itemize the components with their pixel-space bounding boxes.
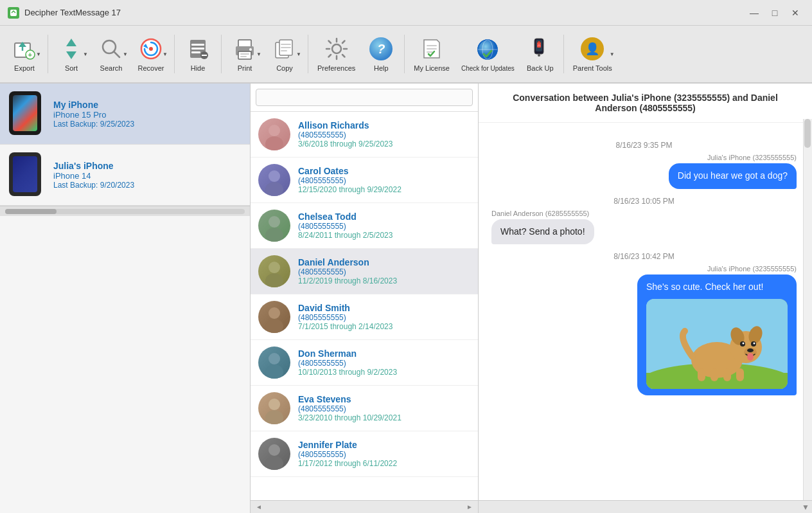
contact-name-don-sherman: Don Sherman	[298, 348, 470, 359]
svg-rect-85	[710, 368, 718, 381]
conversation-scrollbar[interactable]	[803, 119, 812, 500]
back-up-icon	[527, 36, 553, 62]
contacts-scroll-bar[interactable]: ◄ ►	[251, 500, 478, 513]
svg-rect-30	[281, 50, 287, 51]
sort-icon	[58, 36, 84, 62]
device-model-julias-iphone: iPhone 14	[53, 171, 241, 181]
svg-rect-15	[191, 44, 204, 46]
svg-marker-6	[66, 39, 76, 46]
search-icon	[98, 36, 124, 62]
contact-dates-eva-stevens: 3/23/2010 through 10/29/2021	[298, 413, 470, 422]
export-icon: +	[12, 36, 37, 62]
back-up-label: Back Up	[527, 64, 554, 72]
contact-item-carol-oates[interactable]: Carol Oates (4805555555) 12/15/2020 thro…	[251, 158, 478, 203]
maximize-button[interactable]: □	[766, 4, 784, 22]
svg-line-37	[342, 55, 345, 57]
contact-item-eva-stevens[interactable]: Eva Stevens (4805555555) 3/23/2010 throu…	[251, 386, 478, 431]
conversation-scroll-thumb	[804, 119, 811, 148]
contacts-list: Allison Richards (4805555555) 3/6/2018 t…	[251, 112, 478, 500]
svg-point-56	[269, 170, 280, 182]
contact-avatar-carol-oates	[258, 164, 290, 196]
export-button[interactable]: + Export ▼	[5, 30, 44, 78]
devices-scrollbar[interactable]	[0, 206, 250, 216]
contact-item-daniel-anderson[interactable]: Daniel Anderson (4805555555) 11/2/2019 t…	[251, 249, 478, 294]
contact-item-don-sherman[interactable]: Don Sherman (4805555555) 10/10/2013 thro…	[251, 340, 478, 386]
app-icon	[8, 7, 19, 19]
svg-point-69	[265, 456, 283, 470]
svg-point-61	[265, 273, 283, 287]
main-content: My iPhone iPhone 15 Pro Last Backup: 9/2…	[0, 84, 812, 513]
contact-info-daniel-anderson: Daniel Anderson (4805555555) 11/2/2019 t…	[298, 257, 470, 285]
svg-point-65	[265, 364, 283, 379]
device-item-julias-iphone[interactable]: Julia's iPhone iPhone 14 Last Backup: 9/…	[0, 145, 250, 206]
contacts-search-area	[251, 84, 478, 112]
my-license-button[interactable]: My License	[409, 30, 455, 78]
conversation-header-text: Conversation between Julia's iPhone (323…	[491, 93, 799, 113]
search-dropdown-arrow: ▼	[123, 51, 128, 57]
print-label: Print	[238, 64, 252, 72]
svg-rect-17	[191, 51, 200, 53]
svg-point-78	[747, 348, 754, 352]
conversation-panel: Conversation between Julia's iPhone (323…	[479, 84, 812, 513]
app-title: Decipher TextMessage 17	[24, 8, 121, 17]
message-timestamp-3: 8/16/23 10:42 PM	[491, 252, 797, 261]
message-row-3: She's so cute. Check her out!	[491, 274, 797, 395]
separator-5	[404, 35, 405, 73]
contact-phone-don-sherman: (4805555555)	[298, 359, 470, 368]
message-row-1: Did you hear we got a dog?	[491, 163, 797, 189]
search-label: Search	[100, 64, 123, 72]
conversation-header: Conversation between Julia's iPhone (323…	[479, 84, 812, 123]
contact-info-chelsea-todd: Chelsea Todd (4805555555) 8/24/2011 thro…	[298, 212, 470, 240]
svg-point-67	[265, 410, 283, 424]
conversation-body[interactable]: 8/16/23 9:35 PM Julia's iPhone (32355555…	[479, 123, 812, 500]
svg-point-13	[149, 47, 153, 51]
my-license-label: My License	[414, 64, 450, 72]
svg-line-39	[342, 41, 345, 44]
check-updates-button[interactable]: Check for Updates	[456, 30, 520, 78]
check-updates-label: Check for Updates	[461, 65, 515, 72]
search-button[interactable]: Search ▼	[92, 30, 130, 78]
contact-item-chelsea-todd[interactable]: Chelsea Todd (4805555555) 8/24/2011 thro…	[251, 203, 478, 249]
contact-name-david-smith: David Smith	[298, 303, 470, 313]
svg-point-60	[269, 262, 280, 273]
contact-name-carol-oates: Carol Oates	[298, 166, 470, 176]
device-item-my-iphone[interactable]: My iPhone iPhone 15 Pro Last Backup: 9/2…	[0, 84, 250, 145]
contact-avatar-chelsea-todd	[258, 210, 290, 242]
contacts-search-input[interactable]	[256, 89, 473, 106]
parent-tools-button[interactable]: 👤 Parent Tools ▼	[568, 30, 617, 78]
recover-label: Recover	[138, 64, 164, 72]
message-sender-1: Julia's iPhone (3235555555)	[491, 154, 797, 161]
export-label: Export	[14, 64, 35, 72]
back-up-button[interactable]: Back Up	[521, 30, 560, 78]
device-backup-julias-iphone: Last Backup: 9/20/2023	[53, 181, 241, 190]
svg-point-64	[269, 353, 280, 364]
help-button[interactable]: ? Help	[362, 30, 400, 78]
contact-item-jennifer-plate[interactable]: Jennifer Plate (4805555555) 1/17/2012 th…	[251, 431, 478, 477]
svg-point-57	[265, 182, 283, 196]
contact-item-allison-richards[interactable]: Allison Richards (4805555555) 3/6/2018 t…	[251, 112, 478, 158]
preferences-button[interactable]: Preferences	[312, 30, 360, 78]
recover-button[interactable]: Recover ▼	[132, 30, 170, 78]
parent-tools-label: Parent Tools	[573, 64, 612, 72]
dog-image	[646, 299, 788, 389]
contact-item-david-smith[interactable]: David Smith (4805555555) 7/1/2015 throug…	[251, 294, 478, 340]
hide-button[interactable]: Hide	[179, 30, 217, 78]
minimize-button[interactable]: —	[745, 4, 763, 22]
contact-info-david-smith: David Smith (4805555555) 7/1/2015 throug…	[298, 303, 470, 331]
svg-point-59	[265, 228, 283, 242]
svg-text:+: +	[28, 51, 32, 59]
contact-phone-david-smith: (4805555555)	[298, 313, 470, 322]
print-button[interactable]: Print ▼	[225, 30, 264, 78]
copy-button[interactable]: Copy ▼	[265, 30, 304, 78]
contact-phone-jennifer-plate: (4805555555)	[298, 450, 470, 459]
contact-info-eva-stevens: Eva Stevens (4805555555) 3/23/2010 throu…	[298, 394, 470, 422]
contact-name-chelsea-todd: Chelsea Todd	[298, 212, 470, 222]
message-timestamp-2: 8/16/23 10:05 PM	[491, 197, 797, 206]
contact-avatar-jennifer-plate	[258, 438, 290, 470]
close-button[interactable]: ✕	[786, 4, 804, 22]
sort-button[interactable]: Sort ▼	[52, 30, 91, 78]
contact-info-jennifer-plate: Jennifer Plate (4805555555) 1/17/2012 th…	[298, 440, 470, 468]
copy-dropdown-arrow: ▼	[296, 51, 301, 57]
conversation-bottom-scroll[interactable]: ▼	[479, 500, 812, 513]
device-name-my-iphone: My iPhone	[53, 100, 241, 110]
